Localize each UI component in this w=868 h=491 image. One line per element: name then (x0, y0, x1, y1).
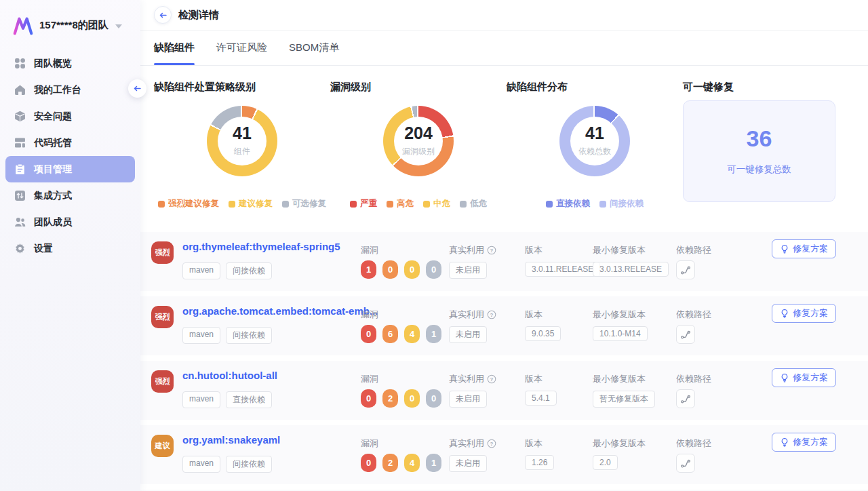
page-title: 检测详情 (178, 9, 219, 22)
sidebar-item-label: 设置 (34, 243, 53, 255)
component-name-link[interactable]: org.apache.tomcat.embed:tomcat-emb... (182, 305, 352, 317)
component-name-link[interactable]: org.yaml:snakeyaml (182, 434, 280, 446)
team-switcher[interactable]: 157****8的团队 (0, 0, 140, 39)
sidebar-item-cube[interactable]: 安全问题 (5, 103, 135, 130)
sidebar-item-grid[interactable]: 团队概览 (5, 50, 135, 77)
integration-icon (14, 190, 26, 202)
chart-legend: 直接依赖 间接依赖 (507, 198, 683, 210)
fix-plan-button[interactable]: 修复方案 (772, 433, 836, 452)
fix-version-column-label: 最小修复版本 (593, 373, 646, 385)
vuln-count-badge: 2 (382, 454, 398, 472)
vuln-column-label: 漏洞 (361, 437, 378, 450)
vuln-count-badge: 4 (404, 454, 420, 472)
legend-swatch (423, 201, 430, 208)
fix-plan-button[interactable]: 修复方案 (772, 239, 836, 258)
path-column-label: 依赖路径 (676, 437, 711, 450)
tab[interactable]: SBOM清单 (289, 31, 339, 65)
page-header: 检测详情 (140, 0, 868, 31)
strategy-badge: 强烈 (151, 241, 174, 264)
question-circle-icon[interactable]: ? (487, 246, 496, 255)
members-icon (14, 216, 26, 229)
chart-panel-stat: 可一键修复 36 可一键修复总数 (683, 81, 840, 210)
exploit-status: 未启用 (449, 455, 487, 472)
version-column-label: 版本 (525, 244, 542, 256)
legend-swatch (229, 201, 235, 208)
svg-text:?: ? (490, 312, 494, 318)
question-circle-icon[interactable]: ? (487, 310, 496, 319)
sidebar-menu: 团队概览 我的工作台 安全问题 代码托管 项目管理 集成方式 团队成员 设置 (0, 50, 140, 262)
arrow-left-icon (133, 84, 142, 93)
fix-version-value: 3.0.13.RELEASE (593, 262, 669, 277)
chart-legend: 严重 高危 中危 低危 (330, 198, 507, 210)
tab[interactable]: 许可证风险 (216, 31, 267, 65)
vuln-count-badge: 0 (361, 325, 376, 343)
donut-center-value: 41 (233, 125, 252, 142)
fix-plan-button[interactable]: 修复方案 (772, 304, 836, 323)
legend-swatch (282, 201, 289, 208)
table-row: 强烈 org.thymeleaf:thymeleaf-spring5 maven… (140, 232, 868, 291)
tab[interactable]: 缺陷组件 (154, 31, 195, 65)
lightbulb-icon (780, 309, 789, 318)
component-tags: maven间接依赖 (182, 327, 272, 344)
component-name-link[interactable]: cn.hutool:hutool-all (182, 370, 277, 381)
chart-panel: 缺陷组件分布 41 依赖总数 直接依赖 间接依赖 (507, 81, 683, 210)
legend-swatch (599, 201, 606, 208)
component-tag: 直接依赖 (226, 391, 272, 408)
table-row: 强烈 cn.hutool:hutool-all maven直接依赖 漏洞 020… (140, 361, 868, 420)
chart-title: 缺陷组件分布 (507, 81, 683, 94)
team-name: 157****8的团队 (39, 19, 108, 32)
back-button[interactable] (154, 6, 172, 24)
strategy-badge: 建议 (151, 435, 174, 457)
tabbar: 缺陷组件 许可证风险 SBOM清单 (140, 31, 868, 66)
main-content: 检测详情 缺陷组件 许可证风险 SBOM清单 缺陷组件处置策略级别 41 组件 … (140, 0, 868, 491)
legend-label: 建议修复 (239, 198, 273, 210)
exploit-column-label: 真实利用 (449, 373, 484, 385)
sidebar-collapse-button[interactable] (128, 79, 146, 98)
vuln-count-badge: 0 (426, 260, 441, 279)
exploit-column-label: 真实利用 (449, 309, 484, 321)
vuln-count-badge: 0 (404, 260, 420, 279)
component-name-link[interactable]: org.thymeleaf:thymeleaf-spring5 (182, 241, 340, 252)
component-tags: maven直接依赖 (182, 391, 272, 408)
question-circle-icon[interactable]: ? (487, 439, 496, 448)
vuln-count-badge: 4 (404, 325, 420, 343)
sidebar-item-label: 安全问题 (34, 111, 72, 123)
sidebar-item-integration[interactable]: 集成方式 (5, 182, 135, 209)
sidebar-item-home[interactable]: 我的工作台 (5, 77, 135, 103)
component-tag: 间接依赖 (226, 262, 272, 279)
dependency-path-button[interactable] (676, 325, 695, 344)
legend-swatch (546, 201, 553, 208)
fix-plan-button-label: 修复方案 (793, 372, 828, 384)
donut-center-label: 漏洞级别 (402, 146, 435, 157)
dependency-path-button[interactable] (676, 260, 695, 279)
version-value: 9.0.35 (525, 326, 561, 341)
legend-label: 间接依赖 (610, 198, 644, 210)
vuln-count-badge: 0 (382, 260, 398, 279)
donut-center-value: 204 (404, 125, 433, 142)
sidebar-item-clipboard[interactable]: 项目管理 (5, 156, 135, 182)
legend-item: 强烈建议修复 (158, 198, 219, 210)
version-column-label: 版本 (525, 373, 542, 385)
legend-label: 低危 (470, 198, 487, 210)
svg-text:?: ? (490, 248, 494, 254)
vuln-column-label: 漏洞 (361, 373, 378, 385)
dependency-path-button[interactable] (676, 454, 695, 473)
grid-icon (14, 58, 26, 70)
exploit-column-label: 真实利用 (449, 244, 484, 256)
sidebar: 157****8的团队 团队概览 我的工作台 安全问题 代码托管 项目管理 集成… (0, 0, 140, 491)
sidebar-item-gear[interactable]: 设置 (5, 235, 135, 262)
question-circle-icon[interactable]: ? (487, 374, 496, 384)
fix-plan-button[interactable]: 修复方案 (772, 368, 836, 387)
strategy-badge: 强烈 (151, 370, 174, 393)
fix-plan-button-label: 修复方案 (793, 436, 828, 448)
path-column-label: 依赖路径 (676, 244, 711, 256)
vuln-count-badge: 0 (404, 389, 420, 408)
vuln-count-badge: 0 (426, 389, 441, 408)
gear-icon (14, 243, 26, 255)
dependency-path-button[interactable] (676, 389, 695, 408)
legend-swatch (387, 201, 393, 208)
sidebar-item-members[interactable]: 团队成员 (5, 209, 135, 235)
sidebar-item-repo[interactable]: 代码托管 (5, 130, 135, 156)
legend-item: 直接依赖 (546, 198, 590, 210)
vuln-column-label: 漏洞 (361, 309, 378, 321)
